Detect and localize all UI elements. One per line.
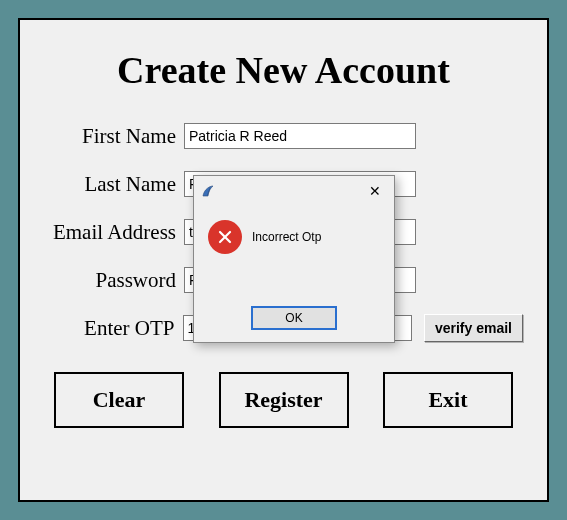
label-password: Password	[44, 268, 184, 293]
dialog-ok-button[interactable]: OK	[251, 306, 337, 330]
dialog-body: Incorrect Otp	[194, 206, 394, 254]
label-otp: Enter OTP	[44, 316, 183, 341]
row-first-name: First Name	[44, 120, 523, 152]
button-row: Clear Register Exit	[20, 372, 547, 428]
error-dialog: ✕ Incorrect Otp OK	[193, 175, 395, 343]
register-button[interactable]: Register	[219, 372, 349, 428]
exit-button[interactable]: Exit	[383, 372, 513, 428]
dialog-message: Incorrect Otp	[252, 230, 321, 244]
error-icon	[208, 220, 242, 254]
dialog-close-button[interactable]: ✕	[362, 180, 388, 202]
dialog-footer: OK	[194, 306, 394, 330]
app-icon	[200, 183, 216, 199]
label-first-name: First Name	[44, 124, 184, 149]
first-name-input[interactable]	[184, 123, 416, 149]
label-email: Email Address	[44, 220, 184, 245]
page-title: Create New Account	[20, 48, 547, 92]
close-icon: ✕	[369, 183, 381, 199]
dialog-titlebar: ✕	[194, 176, 394, 206]
clear-button[interactable]: Clear	[54, 372, 184, 428]
verify-email-button[interactable]: verify email	[424, 314, 523, 342]
label-last-name: Last Name	[44, 172, 184, 197]
